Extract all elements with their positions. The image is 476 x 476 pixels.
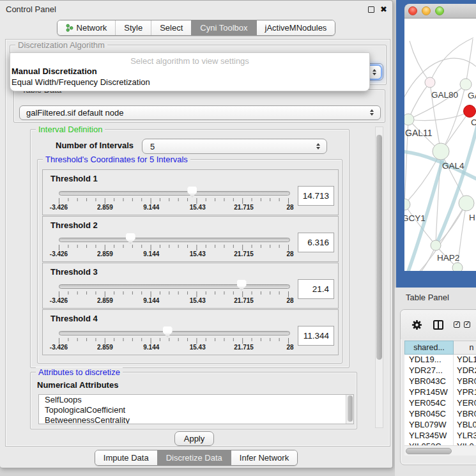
tick-label: 28 bbox=[286, 250, 293, 257]
tick-label: 2.859 bbox=[97, 344, 113, 351]
network-node[interactable] bbox=[464, 105, 476, 118]
attribute-list-item[interactable]: BetweennessCentrality bbox=[39, 415, 353, 424]
control-panel-titlebar: Control Panel ✖ bbox=[0, 1, 392, 19]
threshold-value-field[interactable]: 11.344 bbox=[298, 326, 334, 346]
scrollbar-thumb[interactable] bbox=[406, 448, 452, 454]
threshold-value-field[interactable]: 6.316 bbox=[298, 233, 334, 252]
mac-close-icon[interactable] bbox=[408, 6, 417, 15]
tab-cyni-toolbox[interactable]: Cyni Toolbox bbox=[191, 20, 256, 35]
network-node-label: C bbox=[471, 118, 476, 127]
tab-impute-data[interactable]: Impute Data bbox=[95, 450, 157, 465]
tick-label: 21.715 bbox=[234, 344, 254, 351]
threshold-slider-track[interactable] bbox=[59, 238, 290, 242]
attributes-scrollbar[interactable] bbox=[346, 395, 353, 424]
tick-label: 9.144 bbox=[143, 250, 159, 257]
settings-scroll-area: Interval Definition Number of Intervals … bbox=[10, 125, 387, 431]
network-node[interactable] bbox=[425, 77, 435, 88]
interval-definition-group: Interval Definition Number of Intervals … bbox=[30, 129, 349, 368]
column-visibility-icons bbox=[454, 321, 470, 328]
table-toolbar bbox=[401, 310, 476, 339]
threshold-value-field[interactable]: 14.713 bbox=[298, 186, 334, 206]
table-row[interactable]: YLR345WYLR3 bbox=[404, 431, 476, 441]
slider-thumb-icon[interactable] bbox=[237, 280, 247, 291]
threshold-panel: Threshold 4-3.4262.8599.14415.4321.71528… bbox=[42, 309, 339, 355]
tab-infer-network[interactable]: Infer Network bbox=[231, 450, 297, 465]
table-row[interactable]: YBL079WYBL0 bbox=[404, 420, 476, 431]
slider-thumb-icon[interactable] bbox=[126, 233, 135, 244]
tab-select[interactable]: Select bbox=[151, 20, 191, 35]
number-of-intervals-spinner[interactable]: 5 bbox=[142, 139, 327, 154]
tick-label: -3.426 bbox=[50, 204, 68, 211]
network-node[interactable] bbox=[452, 263, 463, 271]
tab-style[interactable]: Style bbox=[115, 20, 151, 35]
column-header-name[interactable]: n bbox=[454, 341, 476, 355]
network-node[interactable] bbox=[459, 196, 474, 211]
table-row[interactable]: YER054CYER0 bbox=[404, 398, 476, 409]
attributes-group-label: Attributes to discretize bbox=[36, 367, 123, 377]
threshold-slider-track[interactable] bbox=[59, 331, 290, 335]
network-node[interactable] bbox=[431, 240, 441, 250]
numerical-attributes-list[interactable]: SelfLoopsTopologicalCoefficientBetweenne… bbox=[38, 394, 354, 424]
table-hscrollbar[interactable] bbox=[404, 445, 476, 456]
popup-item-equal-width-frequency[interactable]: Equal Width/Frequency Discretization bbox=[10, 77, 369, 88]
combo-stepper-icon[interactable] bbox=[365, 107, 378, 118]
attribute-list-item[interactable]: SelfLoops bbox=[39, 395, 353, 405]
interval-definition-label: Interval Definition bbox=[36, 125, 105, 134]
table-row[interactable]: YBR045CYBR0 bbox=[404, 409, 476, 420]
network-node[interactable] bbox=[404, 199, 410, 210]
attribute-list-item[interactable]: TopologicalCoefficient bbox=[39, 405, 353, 415]
settings-scrollbar[interactable] bbox=[375, 127, 383, 428]
spinner-stepper-icon[interactable] bbox=[312, 141, 325, 152]
network-node-label: H bbox=[469, 213, 475, 222]
checkbox-icon[interactable] bbox=[464, 321, 470, 328]
table-header-row: shared...n bbox=[404, 341, 476, 355]
threshold-slider-track[interactable] bbox=[59, 191, 290, 196]
network-node[interactable] bbox=[433, 143, 449, 160]
combo-stepper-icon[interactable] bbox=[368, 66, 381, 79]
network-node[interactable] bbox=[460, 79, 472, 90]
tick-label: 2.859 bbox=[97, 250, 113, 257]
apply-button[interactable]: Apply bbox=[174, 431, 214, 446]
checkbox-icon[interactable] bbox=[454, 321, 460, 328]
network-node-label: HAP2 bbox=[437, 253, 459, 263]
tick-label: -3.426 bbox=[50, 297, 68, 304]
table-data-select[interactable]: galFiltered.sif default node bbox=[19, 105, 381, 120]
network-edge bbox=[410, 41, 430, 82]
mac-minimize-icon[interactable] bbox=[422, 6, 431, 15]
threshold-panel: Threshold 1-3.4262.8599.14415.4321.71528… bbox=[42, 169, 339, 215]
mac-zoom-icon[interactable] bbox=[435, 6, 444, 15]
scrollbar-thumb[interactable] bbox=[376, 135, 382, 360]
tab-network[interactable]: Network bbox=[58, 20, 116, 35]
network-icon bbox=[66, 24, 73, 32]
table-row[interactable]: YDL19...YDL1 bbox=[404, 355, 476, 365]
tick-label: 15.43 bbox=[190, 297, 206, 304]
table-row[interactable]: YDR27...YDR2 bbox=[404, 365, 476, 376]
threshold-list: Threshold 1-3.4262.8599.14415.4321.71528… bbox=[42, 169, 339, 356]
network-node-label: GAL4 bbox=[442, 161, 464, 171]
table-row[interactable]: YPR145WYPR1 bbox=[404, 387, 476, 398]
tab-jactivemnodules[interactable]: jActiveMNodules bbox=[256, 20, 335, 35]
float-window-icon[interactable] bbox=[368, 6, 374, 13]
network-window-titlebar[interactable] bbox=[404, 4, 476, 19]
network-canvas[interactable]: GAL80GACGAL11GAL4GCY1HHAP2 bbox=[404, 19, 476, 271]
scrollbar-thumb[interactable] bbox=[348, 395, 353, 422]
slider-thumb-icon[interactable] bbox=[187, 187, 197, 197]
tick-label: 28 bbox=[286, 204, 293, 211]
threshold-slider-track[interactable] bbox=[59, 284, 290, 289]
tick-label: 15.43 bbox=[190, 204, 206, 211]
thresholds-group-label: Threshold's Coordinates for 5 Intervals bbox=[43, 155, 190, 164]
slider-thumb-icon[interactable] bbox=[163, 326, 173, 337]
popup-hint: Select algorithm to view settings bbox=[10, 53, 369, 66]
column-header-shared-name[interactable]: shared... bbox=[404, 341, 454, 355]
table-row[interactable]: YBR043CYBR0 bbox=[404, 376, 476, 387]
network-node[interactable] bbox=[404, 114, 414, 125]
tick-label: 9.144 bbox=[143, 344, 159, 351]
close-window-icon[interactable]: ✖ bbox=[380, 6, 387, 13]
tab-discretize-data[interactable]: Discretize Data bbox=[157, 450, 231, 465]
gear-icon[interactable] bbox=[411, 319, 423, 331]
control-panel-title: Control Panel bbox=[6, 4, 56, 14]
popup-item-manual-discretization[interactable]: Manual Discretization bbox=[10, 66, 369, 77]
threshold-value-field[interactable]: 21.4 bbox=[298, 279, 334, 299]
slider-ticks bbox=[58, 198, 289, 204]
split-columns-icon[interactable] bbox=[433, 320, 443, 330]
